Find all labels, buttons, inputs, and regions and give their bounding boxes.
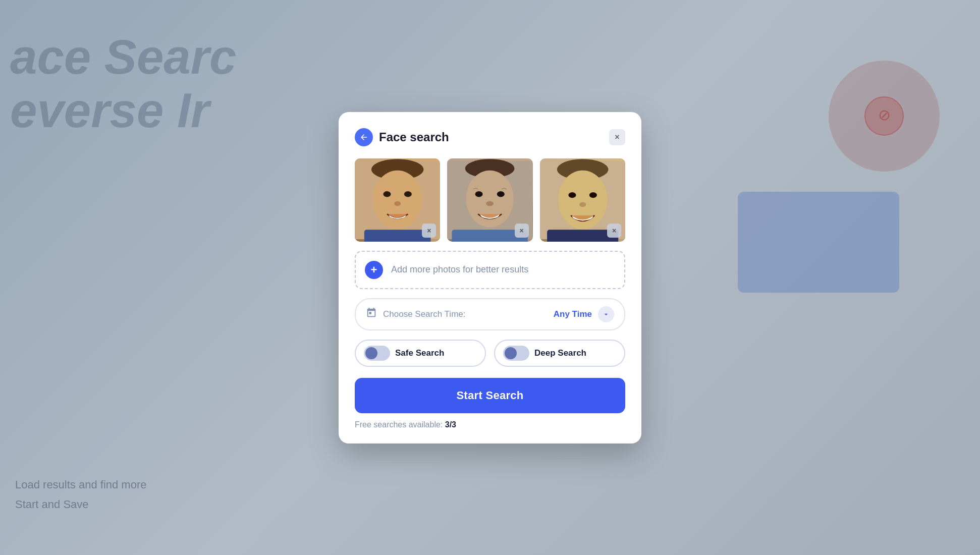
svg-point-4 xyxy=(373,170,422,229)
remove-photo-2-button[interactable]: × xyxy=(515,224,529,238)
safe-search-toggle[interactable]: Safe Search xyxy=(355,340,486,367)
add-photos-label: Add more photos for better results xyxy=(391,264,528,275)
start-search-button[interactable]: Start Search xyxy=(355,378,625,413)
svg-rect-8 xyxy=(364,230,431,242)
free-searches-label: Free searches available: xyxy=(355,420,443,429)
deep-search-toggle[interactable]: Deep Search xyxy=(494,340,625,367)
chevron-down-icon xyxy=(598,306,614,322)
svg-point-14 xyxy=(486,201,494,205)
modal-header: Face search × xyxy=(355,128,625,146)
remove-photo-1-button[interactable]: × xyxy=(422,224,436,238)
deep-search-label: Deep Search xyxy=(534,348,586,358)
svg-point-6 xyxy=(404,191,412,197)
modal-title: Face search xyxy=(379,130,449,144)
toggle-row: Safe Search Deep Search xyxy=(355,340,625,367)
safe-search-label: Safe Search xyxy=(395,348,444,358)
add-photos-button[interactable]: + Add more photos for better results xyxy=(355,251,625,289)
calendar-icon xyxy=(366,307,377,321)
photo-item-2: × xyxy=(447,158,532,242)
free-searches-info: Free searches available: 3/3 xyxy=(355,420,625,429)
back-button[interactable] xyxy=(355,128,373,146)
header-left: Face search xyxy=(355,128,449,146)
photos-row: × xyxy=(355,158,625,242)
add-icon: + xyxy=(365,261,383,279)
search-time-label: Choose Search Time: xyxy=(383,309,548,319)
back-icon xyxy=(359,133,368,142)
search-time-value: Any Time xyxy=(554,309,592,319)
deep-search-switch xyxy=(503,346,529,361)
svg-point-13 xyxy=(497,191,505,197)
svg-point-20 xyxy=(589,192,596,197)
svg-point-7 xyxy=(394,201,401,205)
modal-overlay: Face search × xyxy=(0,0,980,555)
safe-search-knob xyxy=(365,347,377,359)
photo-item-1: × xyxy=(355,158,440,242)
svg-point-12 xyxy=(475,191,483,197)
remove-photo-3-button[interactable]: × xyxy=(607,224,621,238)
deep-search-knob xyxy=(505,347,517,359)
photo-item-3: × xyxy=(540,158,625,242)
face-search-modal: Face search × xyxy=(339,112,641,443)
close-button[interactable]: × xyxy=(609,129,625,145)
free-searches-count: 3/3 xyxy=(445,420,456,429)
svg-point-5 xyxy=(383,191,391,197)
svg-point-19 xyxy=(568,192,576,197)
safe-search-switch xyxy=(364,346,390,361)
svg-point-21 xyxy=(579,202,586,206)
search-time-dropdown[interactable]: Choose Search Time: Any Time xyxy=(355,298,625,330)
